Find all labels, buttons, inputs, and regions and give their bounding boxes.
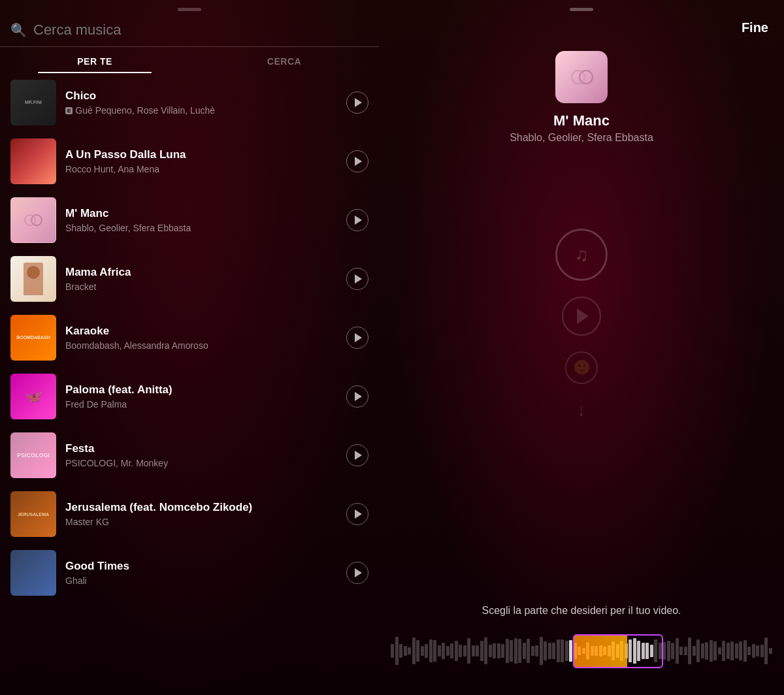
song-info: Jerusalema (feat. Nomcebo Zikode) Master…: [65, 501, 337, 527]
play-button-paloma[interactable]: [346, 385, 368, 408]
play-button-jerusalema[interactable]: [346, 503, 368, 525]
svg-point-3: [580, 71, 593, 84]
list-item[interactable]: MR.FINI Chico E Guè Pequeno, Rose Villai…: [0, 73, 379, 132]
list-item[interactable]: Mama Africa Bracket: [0, 250, 379, 308]
song-info: A Un Passo Dalla Luna Rocco Hunt, Ana Me…: [65, 148, 337, 174]
song-title: Jerusalema (feat. Nomcebo Zikode): [65, 501, 337, 514]
now-playing-art-inner: [555, 51, 608, 103]
play-button-chico[interactable]: [346, 91, 368, 114]
song-artist: Shablo, Geolier, Sfera Ebbasta: [65, 223, 337, 233]
tabs: PER TE CERCA: [0, 47, 379, 73]
now-playing-artist: Shablo, Geolier, Sfera Ebbasta: [510, 132, 653, 144]
right-header: Fine: [379, 11, 784, 44]
left-panel: 🔍 PER TE CERCA MR.FINI Chico E Guè Peque…: [0, 0, 379, 695]
song-title: A Un Passo Dalla Luna: [65, 148, 337, 161]
album-art-mama: [10, 256, 56, 302]
play-button-good[interactable]: [346, 562, 368, 584]
song-artist: Rocco Hunt, Ana Mena: [65, 164, 337, 174]
song-info: M' Manc Shablo, Geolier, Sfera Ebbasta: [65, 207, 337, 233]
waveform-container[interactable]: [379, 626, 784, 675]
song-title: Good Times: [65, 560, 337, 573]
explicit-badge: E: [65, 107, 73, 114]
drag-handle-left: [178, 8, 201, 11]
now-playing-art: [555, 51, 608, 103]
music-note-icon: ♫: [555, 229, 608, 281]
song-info: Good Times Ghali: [65, 560, 337, 586]
song-artist: Master KG: [65, 517, 337, 527]
play-button-mama[interactable]: [346, 268, 368, 290]
song-title: Paloma (feat. Anitta): [65, 383, 337, 396]
list-item[interactable]: M' Manc Shablo, Geolier, Sfera Ebbasta: [0, 191, 379, 250]
play-button-karaoke[interactable]: [346, 327, 368, 349]
list-item[interactable]: BOOMDABASH Karaoke Boomdabash, Alessandr…: [0, 308, 379, 367]
album-art-mmanc: [10, 197, 56, 243]
list-item[interactable]: Good Times Ghali: [0, 543, 379, 602]
song-artist: Boomdabash, Alessandra Amoroso: [65, 340, 337, 351]
song-list: MR.FINI Chico E Guè Pequeno, Rose Villai…: [0, 73, 379, 695]
svg-point-1: [31, 215, 42, 225]
song-artist: PSICOLOGI, Mr. Monkey: [65, 458, 337, 468]
play-button-festa[interactable]: [346, 444, 368, 466]
song-info: Festa PSICOLOGI, Mr. Monkey: [65, 442, 337, 468]
now-playing-title: M' Manc: [553, 112, 610, 129]
album-art-chico: MR.FINI: [10, 80, 56, 125]
song-title: M' Manc: [65, 207, 337, 220]
right-panel: Fine M' Manc Shablo, Geolier, Sfera Ebba…: [379, 0, 784, 695]
svg-point-2: [572, 71, 585, 84]
play-circle-icon: [562, 297, 601, 336]
album-art-karaoke: BOOMDABASH: [10, 315, 56, 361]
play-button-mmanc[interactable]: [346, 209, 368, 231]
album-art-jerusalema: JERUSALEMA: [10, 491, 56, 537]
list-item[interactable]: A Un Passo Dalla Luna Rocco Hunt, Ana Me…: [0, 132, 379, 191]
waveform-track: [379, 635, 784, 668]
song-artist: Ghali: [65, 575, 337, 586]
list-item[interactable]: JERUSALEMA Jerusalema (feat. Nomcebo Zik…: [0, 485, 379, 543]
song-title: Mama Africa: [65, 266, 337, 279]
tab-per-te[interactable]: PER TE: [0, 47, 189, 73]
album-art-luna: [10, 138, 56, 184]
song-info: Karaoke Boomdabash, Alessandra Amoroso: [65, 325, 337, 351]
song-title: Festa: [65, 442, 337, 455]
download-icon: ↓: [577, 400, 586, 421]
album-art-festa: PSICOLOGI: [10, 432, 56, 478]
song-info: Chico E Guè Pequeno, Rose Villain, Luchè: [65, 89, 337, 116]
background-decoration: ♫ 🙂 ↓: [555, 229, 608, 421]
tab-cerca[interactable]: CERCA: [189, 47, 379, 73]
song-artist: Fred De Palma: [65, 399, 337, 410]
album-art-paloma: 🦋: [10, 374, 56, 419]
song-title: Chico: [65, 89, 337, 103]
search-icon: 🔍: [10, 22, 27, 38]
song-artist: E Guè Pequeno, Rose Villain, Luchè: [65, 105, 337, 116]
song-info: Mama Africa Bracket: [65, 266, 337, 292]
emoji-icon: 🙂: [565, 351, 598, 384]
choose-text: Scegli la parte che desideri per il tuo …: [482, 605, 681, 617]
search-input[interactable]: [33, 22, 368, 39]
search-bar: 🔍: [0, 16, 379, 47]
album-art-good: [10, 550, 56, 596]
song-title: Karaoke: [65, 325, 337, 338]
song-artist: Bracket: [65, 282, 337, 292]
list-item[interactable]: PSICOLOGI Festa PSICOLOGI, Mr. Monkey: [0, 426, 379, 485]
play-button-luna[interactable]: [346, 150, 368, 172]
fine-button[interactable]: Fine: [742, 20, 768, 35]
song-info: Paloma (feat. Anitta) Fred De Palma: [65, 383, 337, 410]
list-item[interactable]: 🦋 Paloma (feat. Anitta) Fred De Palma: [0, 367, 379, 426]
